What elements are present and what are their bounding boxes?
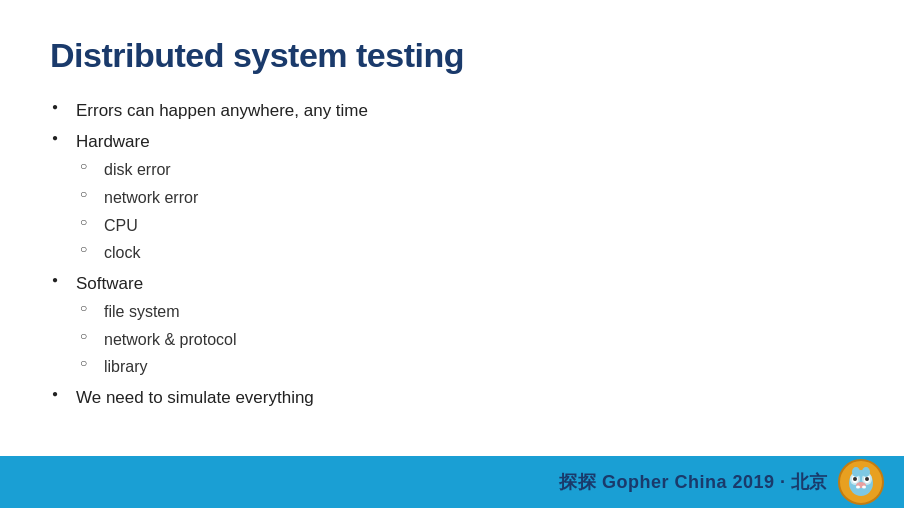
gopher-svg [842, 463, 880, 501]
svg-point-6 [865, 477, 869, 481]
footer-main-text: Gopher China 2019 · 北京 [602, 472, 828, 492]
sub-item-1-2: CPU [76, 213, 854, 239]
sub-list-1: disk errornetwork errorCPUclock [76, 157, 854, 265]
sub-item-1-3: clock [76, 240, 854, 266]
bullet-item-2: Softwarefile systemnetwork & protocollib… [50, 270, 854, 380]
sub-list-2: file systemnetwork & protocollibrary [76, 299, 854, 380]
footer-bar: 探探 Gopher China 2019 · 北京 [0, 456, 904, 508]
bullet-item-3: We need to simulate everything [50, 384, 854, 411]
sub-item-2-0: file system [76, 299, 854, 325]
svg-point-9 [862, 486, 866, 489]
bullet-list: Errors can happen anywhere, any timeHard… [50, 97, 854, 411]
content-area: Distributed system testing Errors can ha… [0, 0, 904, 456]
svg-point-5 [853, 477, 857, 481]
sub-item-1-0: disk error [76, 157, 854, 183]
sub-item-2-1: network & protocol [76, 327, 854, 353]
slide-title: Distributed system testing [50, 36, 854, 75]
bullet-item-0: Errors can happen anywhere, any time [50, 97, 854, 124]
bullet-item-1: Hardwaredisk errornetwork errorCPUclock [50, 128, 854, 266]
svg-point-8 [856, 486, 860, 489]
gopher-mascot [838, 459, 884, 505]
svg-point-11 [862, 467, 870, 477]
svg-point-10 [852, 467, 860, 477]
sub-item-1-1: network error [76, 185, 854, 211]
sub-item-2-2: library [76, 354, 854, 380]
footer-text: 探探 Gopher China 2019 · 北京 [559, 470, 828, 494]
slide: Distributed system testing Errors can ha… [0, 0, 904, 508]
footer-content: 探探 Gopher China 2019 · 北京 [559, 459, 884, 505]
footer-chinese-pre: 探探 [559, 472, 602, 492]
